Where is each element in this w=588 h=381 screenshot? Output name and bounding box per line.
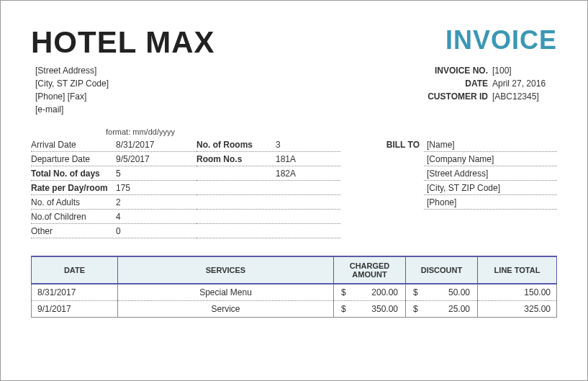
row-service: Special Menu (118, 284, 334, 301)
table-row: 8/31/2017 Special Menu $200.00 $50.00 15… (32, 284, 557, 301)
bill-to-details: [Name] [Company Name] [Street Address] [… (424, 138, 557, 238)
row-date: 9/1/2017 (32, 301, 118, 318)
room-no-2: 182A (276, 169, 340, 179)
stay-details: Arrival Date8/31/2017 Departure Date9/5/… (31, 138, 196, 238)
address-street: [Street Address] (35, 64, 109, 77)
sender-address: [Street Address] [City, ST ZIP Code] [Ph… (35, 64, 109, 116)
arrival-label: Arrival Date (31, 140, 116, 150)
invoice-no-label: INVOICE NO. (423, 64, 488, 77)
total-days-label: Total No. of days (31, 169, 116, 179)
room-details: No. of Rooms3 Room No.s181A 182A (196, 138, 340, 238)
bill-to-label-col: BILL TO (340, 138, 424, 238)
table-row: 9/1/2017 Service $350.00 $25.00 325.00 (32, 301, 557, 318)
other-value: 0 (116, 226, 196, 236)
bill-to-street: [Street Address] (424, 166, 557, 181)
top-info: [Street Address] [City, ST ZIP Code] [Ph… (31, 64, 557, 116)
num-rooms-label: No. of Rooms (196, 140, 276, 150)
bill-to-city: [City, ST ZIP Code] (424, 181, 557, 195)
children-value: 4 (116, 212, 196, 222)
details-block: Arrival Date8/31/2017 Departure Date9/5/… (31, 138, 557, 238)
invoice-page: HOTEL MAX INVOICE [Street Address] [City… (0, 0, 588, 381)
room-no-1: 181A (276, 154, 340, 164)
adults-value: 2 (116, 197, 196, 207)
row-total: 325.00 (478, 301, 557, 318)
invoice-no-value: [100] (492, 64, 557, 77)
children-label: No.of Children (31, 212, 116, 222)
customer-id-label: CUSTOMER ID (423, 90, 488, 103)
format-hint: format: mm/dd/yyyy (106, 127, 557, 136)
th-services: SERVICES (118, 256, 334, 284)
rate-label: Rate per Day/room (31, 183, 116, 193)
th-charged: CHARGED AMOUNT (334, 256, 406, 284)
th-date: DATE (32, 256, 118, 284)
row-date: 8/31/2017 (32, 284, 118, 301)
customer-id-value: [ABC12345] (492, 90, 557, 103)
invoice-title: INVOICE (445, 25, 557, 55)
th-discount: DISCOUNT (406, 256, 478, 284)
row-discount: $50.00 (406, 284, 478, 301)
header: HOTEL MAX INVOICE (31, 25, 557, 60)
bill-to-phone: [Phone] (424, 195, 557, 210)
row-discount: $25.00 (406, 301, 478, 318)
row-service: Service (118, 301, 334, 318)
date-value: April 27, 2016 (492, 77, 557, 90)
row-total: 150.00 (478, 284, 557, 301)
invoice-meta: INVOICE NO. [100] DATE April 27, 2016 CU… (423, 64, 557, 116)
address-email: [e-mail] (35, 103, 109, 116)
room-nos-label: Room No.s (196, 154, 276, 164)
date-label: DATE (423, 77, 488, 90)
bill-to-company: [Company Name] (424, 152, 557, 166)
adults-label: No. of Adults (31, 197, 116, 207)
line-items-table: DATE SERVICES CHARGED AMOUNT DISCOUNT LI… (31, 256, 557, 318)
address-phone: [Phone] [Fax] (35, 90, 109, 103)
th-line-total: LINE TOTAL (478, 256, 557, 284)
address-city: [City, ST ZIP Code] (35, 77, 109, 90)
hotel-name: HOTEL MAX (31, 25, 215, 60)
arrival-value: 8/31/2017 (116, 140, 196, 150)
rate-value: 175 (116, 183, 196, 193)
row-charged: $200.00 (334, 284, 406, 301)
bill-to-name: [Name] (424, 138, 557, 152)
num-rooms-value: 3 (276, 140, 340, 150)
departure-label: Departure Date (31, 154, 116, 164)
row-charged: $350.00 (334, 301, 406, 318)
other-label: Other (31, 226, 116, 236)
departure-value: 9/5/2017 (116, 154, 196, 164)
total-days-value: 5 (116, 169, 196, 179)
bill-to-label: BILL TO (340, 138, 420, 152)
